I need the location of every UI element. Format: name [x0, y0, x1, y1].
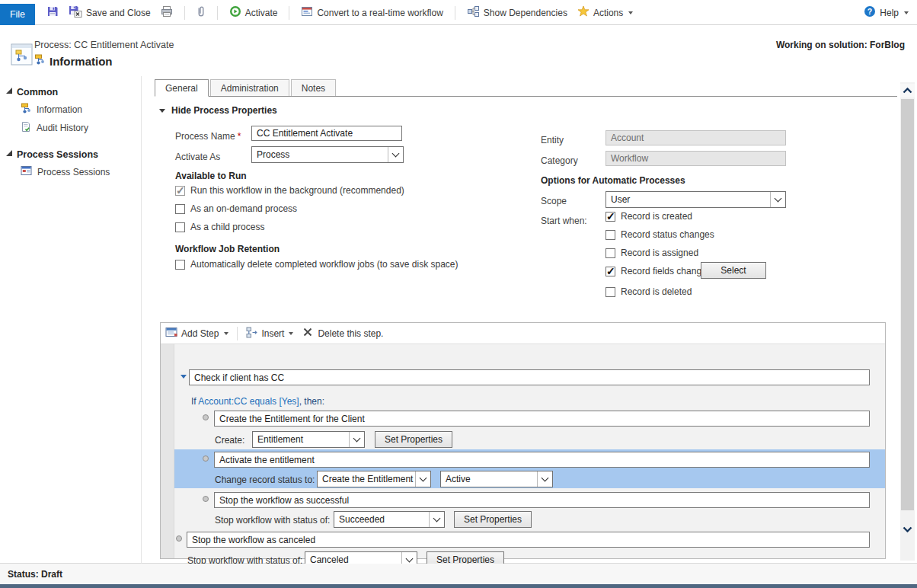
command-bar: File Save and Close Activate	[0, 0, 917, 25]
automatic-processes-heading: Options for Automatic Processes	[541, 175, 685, 186]
general-tab-content: Hide Process Properties Process Name* CC…	[155, 97, 897, 563]
required-asterisk: *	[238, 131, 241, 142]
status-value-select[interactable]: Active	[440, 471, 553, 487]
entity-label: Entity	[541, 135, 564, 145]
record-deleted-checkbox[interactable]	[605, 287, 615, 297]
stop-success-description-input[interactable]: Stop the workflow as successful	[214, 492, 870, 508]
create-set-properties-button[interactable]: Set Properties	[375, 431, 452, 448]
add-step-label: Add Step	[181, 328, 219, 339]
toolbar-separator	[237, 327, 238, 340]
checkbox-label: As an on-demand process	[190, 203, 297, 214]
activate-as-select[interactable]: Process	[251, 146, 404, 163]
page-header: Process: CC Entitlement Activate Informa…	[0, 25, 917, 76]
step-gutter	[161, 344, 174, 558]
scrollbar-up-button[interactable]	[900, 84, 915, 97]
insert-button[interactable]: Insert	[246, 327, 293, 340]
stop-success-status-select[interactable]: Succeeded	[334, 511, 445, 528]
scope-select[interactable]: User	[605, 191, 786, 208]
step-bullet-icon[interactable]	[203, 496, 209, 502]
process-window-icon	[11, 43, 34, 69]
condition-expression: If Account:CC equals [Yes], then:	[191, 396, 324, 407]
attach-button[interactable]	[194, 4, 208, 21]
checkbox-label: As a child process	[190, 222, 264, 232]
tab-label: Notes	[302, 83, 325, 94]
step-expander-icon[interactable]	[181, 375, 187, 379]
collapse-triangle-icon	[159, 109, 165, 113]
add-step-icon	[165, 327, 177, 340]
hide-process-properties-label: Hide Process Properties	[171, 105, 277, 116]
save-and-close-button[interactable]: Save and Close	[66, 4, 153, 21]
chevron-down-icon	[537, 471, 552, 487]
tab-general[interactable]: General	[155, 79, 209, 97]
chevron-down-icon	[904, 11, 909, 14]
actions-menu-button[interactable]: Actions	[575, 4, 635, 21]
realtime-workflow-icon	[301, 5, 313, 20]
status-bar: Status: Draft	[0, 564, 917, 584]
process-name-input[interactable]: CC Entitlement Activate	[251, 126, 402, 141]
record-status-changes-checkbox[interactable]	[605, 230, 615, 240]
activate-step-description-input[interactable]: Activate the entitlement	[214, 452, 870, 468]
create-step-description-input[interactable]: Create the Entitlement for the Client	[214, 411, 870, 427]
record-created-checkbox[interactable]	[605, 212, 615, 222]
convert-realtime-button[interactable]: Convert to a real-time workflow	[299, 4, 445, 21]
scrollbar-thumb[interactable]	[901, 99, 914, 510]
child-process-checkbox[interactable]	[175, 222, 185, 232]
toolbar-separator	[217, 6, 218, 20]
select-fields-button[interactable]: Select	[701, 262, 766, 279]
workflow-step-editor: Add Step Insert Delete this step.	[160, 322, 886, 559]
scope-label: Scope	[541, 196, 567, 206]
add-step-button[interactable]: Add Step	[165, 327, 228, 340]
save-button[interactable]	[44, 4, 61, 21]
sidebar-item-information[interactable]: Information	[0, 101, 141, 119]
chevron-down-icon	[429, 512, 444, 527]
help-button[interactable]: ? Help	[861, 4, 911, 21]
svg-text:?: ?	[867, 7, 872, 16]
chevron-down-icon	[415, 471, 430, 487]
activate-button[interactable]: Activate	[227, 4, 280, 21]
available-to-run-heading: Available to Run	[175, 171, 247, 181]
delete-x-icon	[302, 327, 313, 340]
file-tab[interactable]: File	[0, 4, 35, 25]
record-fields-change-checkbox[interactable]	[605, 267, 615, 276]
category-label: Category	[541, 155, 578, 166]
step-bullet-icon[interactable]	[176, 535, 182, 542]
step-bullet-icon[interactable]	[203, 414, 209, 420]
chevron-down-icon	[289, 332, 293, 335]
sidebar-group-process-sessions[interactable]: Process Sessions	[6, 149, 141, 160]
condition-prefix: If	[191, 396, 198, 407]
toolbar-separator	[455, 6, 455, 20]
on-demand-checkbox[interactable]	[175, 204, 185, 214]
sidebar-item-label: Information	[37, 104, 82, 115]
delete-step-button[interactable]: Delete this step.	[302, 327, 383, 340]
condition-link[interactable]: Account:CC equals [Yes]	[198, 396, 299, 407]
condition-step-description-input[interactable]: Check if client has CC	[189, 369, 870, 385]
working-on-solution: Working on solution: ForBlog	[776, 40, 905, 50]
stop-cancel-description-input[interactable]: Stop the workflow as canceled	[187, 532, 870, 548]
category-input: Workflow	[605, 151, 786, 166]
sidebar-group-common[interactable]: Common	[6, 87, 141, 97]
sidebar-item-process-sessions[interactable]: Process Sessions	[0, 163, 141, 181]
workflow-icon	[21, 103, 31, 117]
checkbox-label: Record is created	[621, 211, 692, 222]
print-button[interactable]	[158, 4, 175, 21]
scrollbar-down-button[interactable]	[900, 522, 915, 536]
show-dependencies-button[interactable]: Show Dependencies	[465, 4, 570, 21]
checkbox-label: Record is assigned	[621, 248, 698, 258]
sidebar-group-label: Common	[17, 87, 58, 97]
hide-process-properties-toggle[interactable]: Hide Process Properties	[159, 105, 277, 116]
tab-administration[interactable]: Administration	[210, 79, 289, 96]
status-entity-select[interactable]: Create the Entitlement for	[317, 471, 431, 487]
process-sessions-icon	[21, 165, 32, 178]
step-bullet-icon[interactable]	[203, 455, 209, 462]
chevron-down-icon	[770, 192, 785, 207]
on-demand-option: As an on-demand process	[175, 203, 297, 214]
create-entity-select[interactable]: Entitlement	[252, 431, 365, 448]
auto-delete-checkbox[interactable]	[175, 260, 185, 270]
tab-notes[interactable]: Notes	[291, 79, 336, 96]
record-assigned-checkbox[interactable]	[605, 248, 615, 258]
sidebar-item-audit-history[interactable]: Audit History	[0, 119, 141, 137]
sidebar-item-label: Process Sessions	[37, 167, 110, 177]
run-in-background-checkbox[interactable]	[175, 186, 185, 196]
stop-success-set-properties-button[interactable]: Set Properties	[454, 511, 532, 528]
job-retention-heading: Workflow Job Retention	[175, 244, 280, 254]
